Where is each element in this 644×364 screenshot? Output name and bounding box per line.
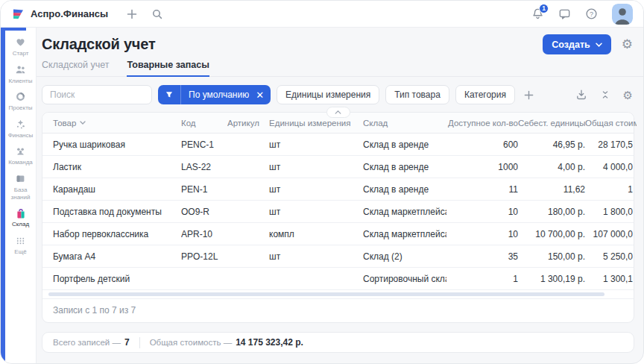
table-cell: 46,95 р.	[518, 139, 585, 150]
column-label: Код	[181, 119, 196, 128]
column-label: Товар	[53, 119, 76, 128]
inventory-table-card: ТоварКодАртикулЕдиницы измеренияСкладДос…	[42, 112, 634, 323]
table-cell: Ластик	[42, 162, 181, 172]
column-label: Единицы измерения	[269, 119, 350, 128]
table-cell: 180,00 р.	[518, 207, 585, 217]
sidebar-item-label: Клиенты	[8, 78, 32, 85]
table-row[interactable]: Бумага А4PPO-12LштСклад (2)35150,00 р.5 …	[42, 245, 634, 268]
sidebar-item-7[interactable]: Ещё	[5, 235, 37, 256]
column-label: Склад	[363, 119, 388, 128]
column-header-2[interactable]: Артикул	[227, 119, 269, 128]
scrollbar-thumb[interactable]	[48, 292, 604, 296]
sort-chevron-icon	[80, 121, 86, 125]
collapse-rows-button[interactable]	[600, 90, 610, 100]
table-cell: 150,00 р.	[518, 251, 585, 262]
filter-toolbar: По умолчанию ✕ Единицы измеренияТип това…	[37, 77, 643, 104]
table-cell: LAS-22	[181, 162, 227, 172]
table-cell: 35	[446, 251, 518, 262]
table-cell: Набор первоклассника	[42, 229, 181, 239]
sidebar-item-5[interactable]: База знаний	[5, 173, 37, 201]
table-cell: 4 000,0	[585, 162, 637, 172]
column-header-6[interactable]: Себест. единицы	[518, 119, 585, 128]
page-header: Складской учет Создать ⚙ Складской учет …	[37, 28, 643, 77]
column-header-5[interactable]: Доступное кол-во	[446, 119, 518, 128]
chat-button[interactable]	[558, 7, 571, 20]
topbar-actions: 1 ?	[531, 4, 633, 25]
table-cell: компл	[269, 229, 363, 239]
table-row[interactable]: КарандашPEN-1штСклад в аренде1111,621	[42, 178, 634, 201]
column-header-4[interactable]: Склад	[363, 119, 446, 128]
collapse-table-button[interactable]	[326, 107, 350, 118]
add-workspace-button[interactable]	[126, 8, 138, 20]
remove-filter-icon[interactable]: ✕	[254, 90, 271, 101]
help-button[interactable]: ?	[585, 7, 598, 20]
sidebar-item-label: Проекты	[8, 104, 32, 112]
sidebar-item-1[interactable]: Клиенты	[5, 64, 37, 85]
filter-chip-2[interactable]: Категория	[455, 85, 515, 104]
column-label: Себест. единицы	[518, 119, 585, 128]
sidebar-item-6[interactable]: Склад	[5, 207, 37, 228]
total-cost-value: 14 175 323,42 р.	[236, 337, 303, 348]
main-content: Складской учет Создать ⚙ Складской учет …	[37, 28, 643, 363]
table-cell: 10	[446, 229, 518, 239]
table-row[interactable]: ЛастикLAS-22штСклад в аренде10004,00 р.4…	[42, 156, 634, 178]
table-cell: Ручка шариковая	[42, 139, 181, 150]
user-avatar[interactable]	[612, 4, 633, 25]
total-records-label: Всего записей —	[53, 338, 121, 347]
column-header-1[interactable]: Код	[181, 119, 227, 128]
active-filter-chip[interactable]: По умолчанию ✕	[158, 85, 271, 104]
table-cell: 11,62	[518, 184, 585, 195]
sidebar-item-3[interactable]: Финансы	[5, 119, 37, 139]
table-cell: Склад в аренде	[363, 162, 446, 172]
horizontal-scrollbar[interactable]	[48, 291, 628, 298]
table-cell: Сортировочный скла	[363, 274, 446, 284]
active-filter-label: По умолчанию	[181, 90, 254, 100]
table-cell: 107 000,0	[585, 229, 637, 239]
topbar: Аспро.Финансы 1 ?	[1, 1, 643, 28]
team-icon	[15, 145, 26, 157]
tab-inventory[interactable]: Товарные запасы	[127, 60, 209, 77]
records-info: Записи с 1 по 7 из 7	[42, 298, 634, 322]
sidebar-item-2[interactable]: Проекты	[5, 91, 37, 112]
table-settings-gear-icon[interactable]: ⚙	[623, 90, 633, 101]
global-search-button[interactable]	[151, 8, 163, 20]
sidebar-item-label: Ещё	[14, 248, 26, 256]
table-cell: шт	[269, 184, 363, 195]
add-filter-button[interactable]	[523, 90, 534, 101]
table-cell: 1 800,0	[585, 207, 637, 217]
table-cell: PPO-12L	[181, 251, 227, 262]
column-header-0[interactable]: Товар	[42, 119, 181, 128]
notification-badge: 1	[539, 4, 549, 13]
table-row[interactable]: Ручка шариковаяPENC-1штСклад в аренде600…	[42, 134, 634, 156]
left-rail	[1, 28, 5, 363]
filter-chip-1[interactable]: Тип товара	[385, 85, 449, 104]
export-download-button[interactable]	[575, 89, 587, 101]
create-button[interactable]: Создать	[543, 34, 610, 54]
table-cell: PEN-1	[181, 184, 227, 195]
tabs: Складской учет Товарные запасы	[42, 60, 633, 76]
tab-warehouse-accounting[interactable]: Складской учет	[42, 60, 109, 77]
page-settings-gear-icon[interactable]: ⚙	[622, 38, 633, 51]
sidebar-item-4[interactable]: Команда	[5, 145, 37, 166]
chevron-up-icon	[335, 110, 341, 114]
notifications-button[interactable]: 1	[531, 7, 544, 20]
table-cell: 1000	[446, 162, 518, 172]
page-title: Складской учет	[42, 36, 155, 53]
table-cell: 4,00 р.	[518, 162, 585, 172]
chevron-down-icon	[596, 43, 602, 47]
table-cell: 11	[446, 184, 518, 195]
sidebar-item-0[interactable]: Старт	[5, 37, 37, 57]
svg-text:?: ?	[590, 10, 593, 18]
search-input[interactable]	[42, 85, 152, 104]
filter-chip-0[interactable]: Единицы измерения	[277, 85, 379, 104]
table-cell: 28 170,5	[585, 139, 637, 150]
table-row[interactable]: Подставка под документыOO9-RштСклад марк…	[42, 201, 634, 223]
sidebar: СтартКлиентыПроектыФинансыКомандаБаза зн…	[1, 28, 37, 363]
column-header-7[interactable]: Общая стоим	[585, 119, 637, 128]
column-header-3[interactable]: Единицы измерения	[269, 119, 363, 128]
column-label: Доступное кол-во	[448, 119, 518, 128]
table-row[interactable]: Портфель детскийСортировочный скла11 300…	[42, 268, 634, 290]
table-row[interactable]: Набор первоклассникаAPR-10комплСклад мар…	[42, 223, 634, 245]
table-cell: шт	[269, 251, 363, 262]
table-cell: Бумага А4	[42, 251, 181, 262]
